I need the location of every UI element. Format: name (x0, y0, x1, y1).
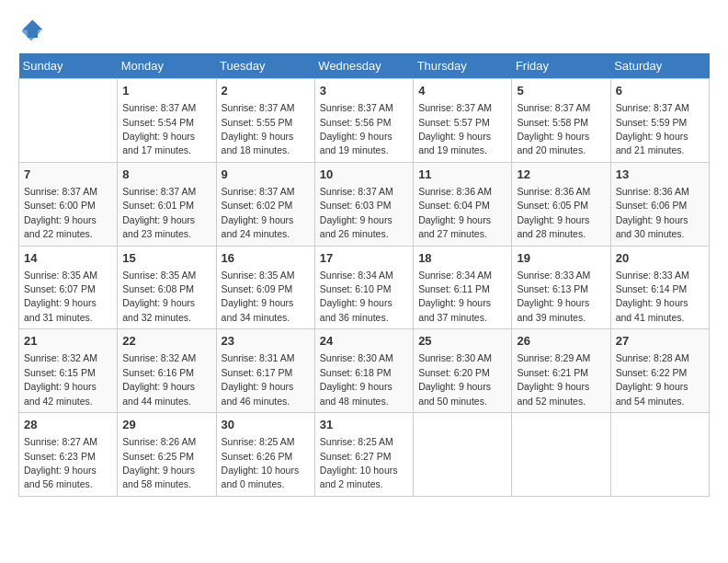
day-sunrise: Sunrise: 8:31 AM (222, 352, 295, 363)
header (18, 18, 710, 44)
day-daylight: Daylight: 9 hours and 22 minutes. (24, 214, 97, 239)
calendar-cell: 1Sunrise: 8:37 AMSunset: 5:54 PMDaylight… (118, 79, 216, 163)
day-number: 21 (24, 333, 112, 350)
day-sunset: Sunset: 5:58 PM (517, 117, 588, 128)
calendar-cell: 12Sunrise: 8:36 AMSunset: 6:05 PMDayligh… (512, 162, 610, 246)
day-sunset: Sunset: 6:09 PM (222, 283, 293, 294)
day-sunrise: Sunrise: 8:35 AM (222, 270, 295, 281)
day-sunrise: Sunrise: 8:36 AM (616, 186, 689, 197)
calendar-cell (512, 413, 610, 497)
day-sunset: Sunset: 6:18 PM (320, 367, 392, 378)
day-daylight: Daylight: 9 hours and 26 minutes. (320, 214, 392, 239)
day-number: 23 (222, 333, 310, 350)
day-sunset: Sunset: 5:54 PM (122, 117, 194, 128)
calendar-cell: 5Sunrise: 8:37 AMSunset: 5:58 PMDaylight… (512, 79, 610, 163)
day-daylight: Daylight: 9 hours and 34 minutes. (222, 297, 294, 322)
calendar-cell: 13Sunrise: 8:36 AMSunset: 6:06 PMDayligh… (610, 162, 709, 246)
day-number: 14 (24, 250, 112, 267)
day-daylight: Daylight: 9 hours and 24 minutes. (222, 214, 294, 239)
day-daylight: Daylight: 9 hours and 46 minutes. (222, 381, 294, 406)
calendar-table: SundayMondayTuesdayWednesdayThursdayFrid… (18, 53, 710, 497)
day-sunrise: Sunrise: 8:30 AM (320, 352, 393, 363)
weekday-header: Wednesday (314, 53, 413, 79)
day-sunrise: Sunrise: 8:35 AM (24, 270, 97, 281)
day-sunrise: Sunrise: 8:36 AM (517, 186, 590, 197)
day-sunset: Sunset: 6:01 PM (122, 200, 194, 211)
day-daylight: Daylight: 9 hours and 19 minutes. (418, 131, 491, 155)
day-daylight: Daylight: 9 hours and 42 minutes. (24, 381, 97, 406)
day-daylight: Daylight: 9 hours and 52 minutes. (517, 381, 589, 406)
day-sunrise: Sunrise: 8:25 AM (222, 436, 295, 447)
day-sunrise: Sunrise: 8:32 AM (122, 352, 196, 363)
day-sunset: Sunset: 6:11 PM (418, 283, 490, 294)
calendar-cell: 18Sunrise: 8:34 AMSunset: 6:11 PMDayligh… (414, 246, 512, 329)
day-daylight: Daylight: 9 hours and 20 minutes. (517, 131, 589, 155)
day-sunset: Sunset: 6:20 PM (418, 367, 490, 378)
day-sunset: Sunset: 5:55 PM (222, 117, 293, 128)
day-daylight: Daylight: 9 hours and 56 minutes. (24, 465, 97, 489)
weekday-header: Sunday (19, 53, 118, 79)
day-sunset: Sunset: 6:08 PM (122, 283, 194, 294)
day-number: 7 (24, 167, 112, 183)
calendar-cell: 3Sunrise: 8:37 AMSunset: 5:56 PMDaylight… (314, 79, 413, 163)
calendar-week-row: 28Sunrise: 8:27 AMSunset: 6:23 PMDayligh… (19, 413, 710, 497)
day-sunrise: Sunrise: 8:37 AM (222, 102, 295, 113)
day-number: 16 (222, 250, 310, 267)
calendar-cell: 24Sunrise: 8:30 AMSunset: 6:18 PMDayligh… (314, 329, 413, 413)
day-daylight: Daylight: 9 hours and 37 minutes. (418, 297, 491, 322)
day-sunset: Sunset: 6:15 PM (24, 367, 96, 378)
day-daylight: Daylight: 9 hours and 18 minutes. (222, 131, 294, 155)
calendar-cell: 6Sunrise: 8:37 AMSunset: 5:59 PMDaylight… (610, 79, 709, 163)
day-sunrise: Sunrise: 8:27 AM (24, 436, 97, 447)
day-sunrise: Sunrise: 8:37 AM (320, 186, 393, 197)
logo-icon (18, 18, 44, 44)
day-sunrise: Sunrise: 8:37 AM (222, 186, 295, 197)
day-sunset: Sunset: 6:25 PM (122, 451, 194, 462)
calendar-cell: 27Sunrise: 8:28 AMSunset: 6:22 PMDayligh… (610, 329, 709, 413)
day-daylight: Daylight: 9 hours and 27 minutes. (418, 214, 491, 239)
calendar-cell: 10Sunrise: 8:37 AMSunset: 6:03 PMDayligh… (314, 162, 413, 246)
calendar-cell: 21Sunrise: 8:32 AMSunset: 6:15 PMDayligh… (19, 329, 118, 413)
day-sunrise: Sunrise: 8:35 AM (122, 270, 196, 281)
day-number: 25 (418, 333, 506, 350)
day-sunset: Sunset: 6:16 PM (122, 367, 194, 378)
day-daylight: Daylight: 9 hours and 50 minutes. (418, 381, 491, 406)
calendar-cell: 23Sunrise: 8:31 AMSunset: 6:17 PMDayligh… (216, 329, 314, 413)
day-number: 30 (222, 417, 310, 433)
day-daylight: Daylight: 9 hours and 48 minutes. (320, 381, 392, 406)
logo (18, 18, 48, 44)
day-sunrise: Sunrise: 8:28 AM (616, 352, 689, 363)
calendar-cell: 29Sunrise: 8:26 AMSunset: 6:25 PMDayligh… (118, 413, 216, 497)
day-sunset: Sunset: 5:59 PM (616, 117, 688, 128)
day-sunrise: Sunrise: 8:30 AM (418, 352, 492, 363)
day-sunset: Sunset: 6:13 PM (517, 283, 588, 294)
day-number: 20 (616, 250, 704, 267)
day-sunrise: Sunrise: 8:29 AM (517, 352, 590, 363)
weekday-header-row: SundayMondayTuesdayWednesdayThursdayFrid… (19, 53, 710, 79)
day-number: 4 (418, 83, 506, 99)
day-sunset: Sunset: 6:23 PM (24, 451, 96, 462)
day-sunset: Sunset: 6:06 PM (616, 200, 688, 211)
calendar-week-row: 7Sunrise: 8:37 AMSunset: 6:00 PMDaylight… (19, 162, 710, 246)
calendar-cell (19, 79, 118, 163)
day-daylight: Daylight: 9 hours and 30 minutes. (616, 214, 688, 239)
day-number: 17 (320, 250, 408, 267)
calendar-cell: 7Sunrise: 8:37 AMSunset: 6:00 PMDaylight… (19, 162, 118, 246)
day-number: 8 (122, 167, 210, 183)
day-number: 19 (517, 250, 605, 267)
day-number: 3 (320, 83, 408, 99)
day-sunrise: Sunrise: 8:34 AM (320, 270, 393, 281)
day-number: 10 (320, 167, 408, 183)
calendar-week-row: 14Sunrise: 8:35 AMSunset: 6:07 PMDayligh… (19, 246, 710, 329)
day-number: 2 (222, 83, 310, 99)
day-sunset: Sunset: 6:04 PM (418, 200, 490, 211)
calendar-cell: 26Sunrise: 8:29 AMSunset: 6:21 PMDayligh… (512, 329, 610, 413)
day-number: 6 (616, 83, 704, 99)
calendar-cell (414, 413, 512, 497)
day-number: 27 (616, 333, 704, 350)
day-daylight: Daylight: 9 hours and 54 minutes. (616, 381, 688, 406)
day-sunset: Sunset: 6:17 PM (222, 367, 293, 378)
day-number: 26 (517, 333, 605, 350)
day-daylight: Daylight: 9 hours and 31 minutes. (24, 297, 97, 322)
day-daylight: Daylight: 9 hours and 17 minutes. (122, 131, 195, 155)
